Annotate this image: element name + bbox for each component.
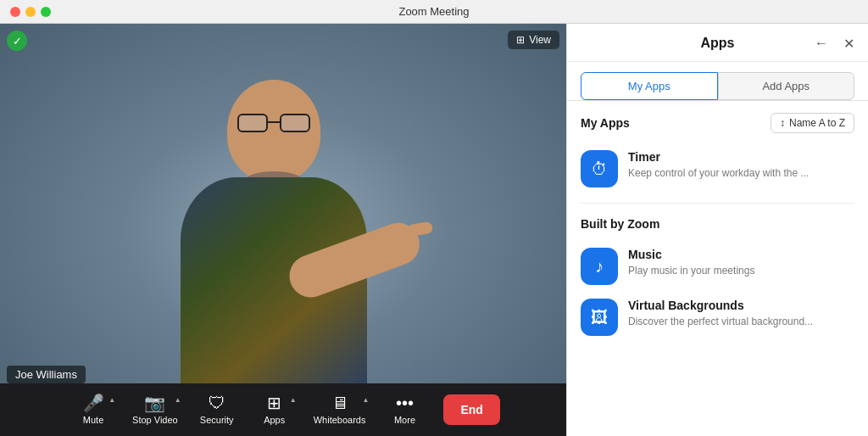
microphone-icon: 🎤 bbox=[83, 394, 104, 411]
apps-panel-close-button[interactable]: ✕ bbox=[840, 34, 858, 53]
security-badge: ✓ bbox=[7, 31, 27, 51]
person-head bbox=[227, 80, 320, 182]
video-panel: ✓ ⊞ View bbox=[0, 24, 566, 436]
list-item[interactable]: 🖼 Virtual Backgrounds Discover the perfe… bbox=[581, 292, 854, 343]
close-traffic-light[interactable] bbox=[10, 7, 20, 17]
my-apps-section-title: My Apps bbox=[581, 116, 630, 130]
view-label: View bbox=[529, 34, 551, 46]
person-torso bbox=[181, 177, 367, 389]
apps-grid-icon: ⊞ bbox=[267, 394, 281, 411]
timer-app-desc: Keep control of your workday with the ..… bbox=[628, 166, 854, 181]
sort-button[interactable]: ↕ Name A to Z bbox=[771, 113, 854, 133]
meeting-toolbar: ▲ 🎤 Mute ▲ 📷 Stop Video 🛡 Security ▲ ⊞ A… bbox=[0, 383, 566, 436]
title-bar: Zoom Meeting bbox=[0, 0, 868, 24]
apps-panel-title: Apps bbox=[701, 36, 735, 51]
apps-panel-controls: ← ✕ bbox=[811, 34, 858, 53]
timer-app-icon: ⏱ bbox=[581, 150, 618, 187]
mute-button[interactable]: ▲ 🎤 Mute bbox=[66, 391, 120, 428]
timer-app-name: Timer bbox=[628, 150, 854, 164]
built-by-zoom-section: Built by Zoom ♪ Music Play music in your… bbox=[581, 217, 854, 343]
section-divider bbox=[581, 203, 854, 204]
virtual-bg-app-name: Virtual Backgrounds bbox=[628, 299, 854, 312]
apps-panel: Apps ← ✕ My Apps Add Apps My Apps ↕ Name… bbox=[566, 24, 868, 436]
glass-left bbox=[237, 114, 268, 132]
more-label: More bbox=[394, 415, 415, 425]
virtual-bg-app-icon: 🖼 bbox=[581, 299, 618, 336]
fullscreen-traffic-light[interactable] bbox=[41, 7, 51, 17]
virtual-bg-app-info: Virtual Backgrounds Discover the perfect… bbox=[628, 299, 854, 329]
view-button[interactable]: ⊞ View bbox=[508, 31, 559, 49]
apps-panel-header: Apps ← ✕ bbox=[567, 24, 868, 62]
music-app-desc: Play music in your meetings bbox=[628, 264, 854, 278]
video-content: ✓ ⊞ View bbox=[0, 24, 566, 436]
virtual-bg-icon: 🖼 bbox=[591, 308, 608, 327]
music-app-info: Music Play music in your meetings bbox=[628, 248, 854, 278]
apps-content: My Apps ↕ Name A to Z ⏱ Timer Keep contr… bbox=[567, 101, 868, 436]
person-finger bbox=[406, 221, 433, 238]
music-app-name: Music bbox=[628, 248, 854, 261]
music-icon: ♪ bbox=[595, 257, 604, 277]
more-dots-icon: ••• bbox=[396, 394, 414, 411]
more-button[interactable]: ••• More bbox=[377, 391, 431, 428]
whiteboards-label: Whiteboards bbox=[314, 415, 366, 425]
my-apps-section-header: My Apps ↕ Name A to Z bbox=[581, 113, 854, 133]
glass-bridge bbox=[268, 121, 280, 123]
apps-chevron-icon: ▲ bbox=[290, 396, 297, 404]
apps-button[interactable]: ▲ ⊞ Apps bbox=[248, 391, 302, 428]
virtual-bg-app-desc: Discover the perfect virtual background.… bbox=[628, 315, 854, 329]
list-item[interactable]: ⏱ Timer Keep control of your workday wit… bbox=[581, 143, 854, 194]
end-meeting-button[interactable]: End bbox=[443, 394, 499, 425]
tab-add-apps[interactable]: Add Apps bbox=[718, 72, 855, 100]
window-title: Zoom Meeting bbox=[398, 5, 469, 18]
timer-app-info: Timer Keep control of your workday with … bbox=[628, 150, 854, 181]
built-by-zoom-title: Built by Zoom bbox=[581, 217, 659, 231]
whiteboards-button[interactable]: ▲ 🖥 Whiteboards bbox=[305, 391, 375, 428]
list-item[interactable]: ♪ Music Play music in your meetings bbox=[581, 241, 854, 292]
video-chevron-icon: ▲ bbox=[175, 396, 181, 404]
tab-my-apps[interactable]: My Apps bbox=[581, 72, 718, 100]
security-label: Security bbox=[200, 415, 234, 425]
shield-icon: 🛡 bbox=[209, 394, 225, 411]
participant-video bbox=[181, 80, 367, 389]
apps-label: Apps bbox=[264, 415, 285, 425]
built-by-zoom-header: Built by Zoom bbox=[581, 217, 854, 231]
timer-icon: ⏱ bbox=[591, 159, 608, 179]
sort-icon: ↕ bbox=[780, 117, 785, 129]
apps-tabs: My Apps Add Apps bbox=[567, 62, 868, 101]
grid-icon: ⊞ bbox=[516, 34, 525, 46]
participant-name-label: Joe Williams bbox=[7, 366, 86, 383]
main-layout: ✓ ⊞ View bbox=[0, 24, 868, 436]
stop-video-label: Stop Video bbox=[132, 415, 178, 425]
minimize-traffic-light[interactable] bbox=[25, 7, 36, 17]
person-arm bbox=[283, 217, 425, 304]
security-check-icon: ✓ bbox=[13, 35, 22, 48]
mute-label: Mute bbox=[83, 415, 103, 425]
apps-panel-back-button[interactable]: ← bbox=[811, 34, 832, 53]
whiteboard-icon: 🖥 bbox=[331, 394, 348, 411]
music-app-icon: ♪ bbox=[581, 248, 618, 285]
whiteboards-chevron-icon: ▲ bbox=[363, 396, 370, 404]
mute-chevron-icon: ▲ bbox=[108, 396, 115, 404]
stop-video-button[interactable]: ▲ 📷 Stop Video bbox=[124, 391, 186, 428]
traffic-lights bbox=[10, 7, 51, 17]
glass-right bbox=[280, 114, 310, 132]
security-button[interactable]: 🛡 Security bbox=[190, 391, 244, 428]
camera-icon: 📷 bbox=[144, 394, 165, 411]
sort-label: Name A to Z bbox=[789, 117, 845, 129]
person-glasses bbox=[237, 114, 310, 132]
